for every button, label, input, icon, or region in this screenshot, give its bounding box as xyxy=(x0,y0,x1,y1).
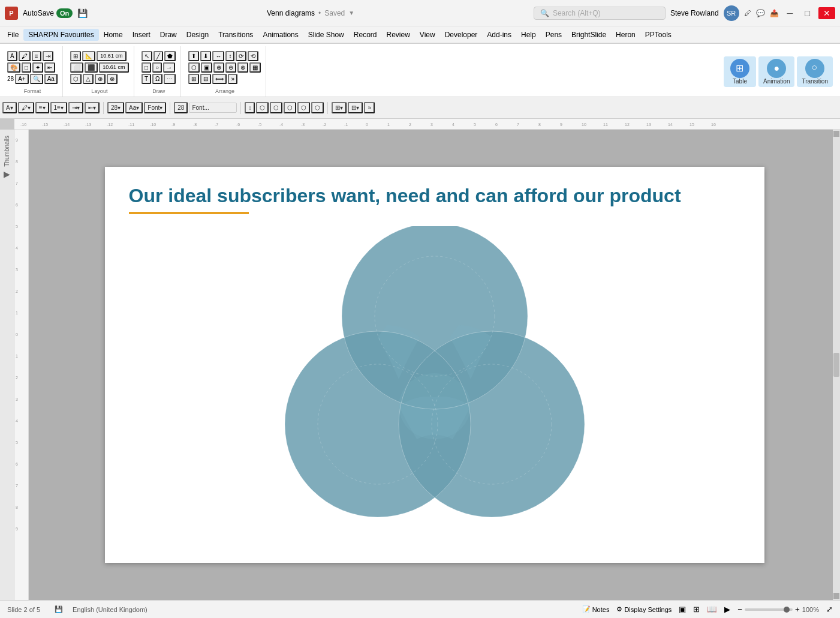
menu-heron[interactable]: Heron xyxy=(611,29,640,41)
search-bar[interactable]: 🔍 Search (Alt+Q) xyxy=(534,7,666,20)
slideshow-button[interactable]: ▶ xyxy=(724,605,730,614)
layout-btn8[interactable]: ⊗ xyxy=(107,74,118,84)
arrange-more[interactable]: » xyxy=(228,74,237,84)
menu-addins[interactable]: Add-ins xyxy=(482,29,516,41)
transition-button[interactable]: ○ Transition xyxy=(797,56,833,87)
layout-btn7[interactable]: ⊕ xyxy=(95,74,106,84)
layout-btn4[interactable]: ⬛ xyxy=(85,62,98,73)
zoom-out-button[interactable]: − xyxy=(737,605,742,614)
font-color-btn[interactable]: A xyxy=(7,51,17,61)
thumbnails-expand-icon[interactable]: ▶ xyxy=(4,169,10,179)
r2-fontcolor[interactable]: A▾ xyxy=(2,102,17,113)
menu-transitions[interactable]: Transitions xyxy=(213,29,258,41)
reading-view-button[interactable]: 📖 xyxy=(707,605,717,614)
find-btn[interactable]: 🔍 xyxy=(30,74,43,84)
menu-draw[interactable]: Draw xyxy=(155,29,182,41)
r2-ungroup[interactable]: ⊟▾ xyxy=(348,102,363,113)
scroll-up-arrow[interactable] xyxy=(833,131,839,137)
menu-developer[interactable]: Developer xyxy=(440,29,483,41)
display-settings-button[interactable]: ⚙ Display Settings xyxy=(616,605,672,613)
doc-dropdown-icon[interactable]: ▼ xyxy=(348,10,354,16)
draw-select[interactable]: ↖ xyxy=(141,51,152,61)
table-button[interactable]: ⊞ Table xyxy=(724,56,756,87)
menu-sharpn[interactable]: SHARPN Favourites xyxy=(23,29,98,41)
bullets-btn[interactable]: ≡ xyxy=(32,51,41,61)
draw-more[interactable]: ⋯ xyxy=(164,74,176,84)
arrange-btn4[interactable]: ↕ xyxy=(225,51,234,61)
fill-btn[interactable]: 🎨 xyxy=(7,62,20,73)
effects-btn[interactable]: ✦ xyxy=(32,62,43,73)
indent-btn[interactable]: ⇥ xyxy=(43,51,53,61)
r2-numbering[interactable]: 1≡▾ xyxy=(50,102,67,113)
arrange-btn2[interactable]: ⬇ xyxy=(200,51,211,61)
fit-slide-button[interactable]: ⤢ xyxy=(826,605,833,614)
autosave-toggle[interactable]: On xyxy=(56,8,73,18)
arrange-btn15[interactable]: ⟺ xyxy=(212,74,227,84)
menu-animations[interactable]: Animations xyxy=(258,29,303,41)
layout-btn5[interactable]: ⬡ xyxy=(70,74,82,84)
arrange-btn9[interactable]: ⊕ xyxy=(213,62,224,73)
border-btn[interactable]: □ xyxy=(22,62,31,73)
draw-line[interactable]: ╱ xyxy=(153,51,163,61)
arrange-btn13[interactable]: ⊞ xyxy=(188,74,199,84)
normal-view-button[interactable]: ▣ xyxy=(679,605,686,614)
arrange-btn10[interactable]: ⊖ xyxy=(225,62,236,73)
font-size-up[interactable]: A+ xyxy=(15,74,29,84)
maximize-button[interactable]: □ xyxy=(802,8,814,18)
vertical-scrollbar[interactable] xyxy=(833,130,840,600)
r2-indent3[interactable]: ⇥▾ xyxy=(68,102,83,113)
r2-fontname[interactable]: Font▾ xyxy=(144,102,166,113)
slide-sorter-button[interactable]: ⊞ xyxy=(693,605,700,614)
r2-align1[interactable]: ⬡ xyxy=(256,102,269,113)
arrange-btn11[interactable]: ⊗ xyxy=(237,62,248,73)
r2-linesp[interactable]: ↕ xyxy=(245,102,255,113)
arrange-btn6[interactable]: ⟲ xyxy=(248,51,258,61)
arrange-btn1[interactable]: ⬆ xyxy=(188,51,199,61)
draw-text[interactable]: T xyxy=(141,74,151,84)
arrange-btn3[interactable]: ↔ xyxy=(212,51,224,61)
layout-btn2[interactable]: 📐 xyxy=(82,51,95,61)
menu-view[interactable]: View xyxy=(415,29,440,41)
r2-28[interactable]: 28 xyxy=(174,102,188,113)
size-h-input[interactable]: 10.61 cm xyxy=(99,62,129,73)
slide[interactable]: Our ideal subscribers want, need and can… xyxy=(105,167,764,563)
arrange-btn12[interactable]: ▦ xyxy=(249,62,261,73)
share-icon[interactable]: 📤 xyxy=(770,9,779,17)
r2-fontsize[interactable]: 28▾ xyxy=(107,102,124,113)
menu-design[interactable]: Design xyxy=(182,29,213,41)
ribbon-toggle-icon[interactable]: 🖊 xyxy=(744,9,751,17)
menu-slideshow[interactable]: Slide Show xyxy=(303,29,349,41)
font-size-input[interactable]: 28 xyxy=(7,76,14,82)
r2-align3[interactable]: ⬡ xyxy=(284,102,296,113)
menu-review[interactable]: Review xyxy=(381,29,414,41)
draw-shapes[interactable]: ⬟ xyxy=(164,51,176,61)
r2-highlight2[interactable]: 🖍▾ xyxy=(18,102,34,113)
menu-record[interactable]: Record xyxy=(349,29,382,41)
draw-oval[interactable]: ○ xyxy=(152,62,162,73)
arrange-btn7[interactable]: ⬡ xyxy=(188,62,200,73)
scroll-thumb[interactable] xyxy=(833,353,839,377)
r2-indent4[interactable]: ⇤▾ xyxy=(85,102,100,113)
r2-group[interactable]: ⊞▾ xyxy=(332,102,347,113)
animation-button[interactable]: ● Animation xyxy=(758,56,794,87)
menu-pens[interactable]: Pens xyxy=(541,29,567,41)
zoom-slider[interactable] xyxy=(745,608,793,611)
layout-btn6[interactable]: △ xyxy=(83,74,94,84)
menu-brightslide[interactable]: BrightSlide xyxy=(567,29,611,41)
arrange-btn14[interactable]: ⊟ xyxy=(200,74,211,84)
save-icon[interactable]: 💾 xyxy=(77,8,88,18)
menu-insert[interactable]: Insert xyxy=(128,29,155,41)
layout-btn1[interactable]: ⊞ xyxy=(70,51,81,61)
r2-align2[interactable]: ⬡ xyxy=(270,102,282,113)
draw-arrow[interactable]: → xyxy=(163,62,175,73)
r2-fontstyle[interactable]: Aa▾ xyxy=(125,102,143,113)
indent2-btn[interactable]: ⇤ xyxy=(44,62,55,73)
zoom-in-button[interactable]: + xyxy=(795,605,800,614)
r2-bullets2[interactable]: ≡▾ xyxy=(35,102,49,113)
size-w-input[interactable]: 10.61 cm xyxy=(97,51,127,61)
arrange-btn5[interactable]: ⟳ xyxy=(236,51,246,61)
notification-icon[interactable]: 💬 xyxy=(756,9,765,17)
arrange-btn8[interactable]: ▣ xyxy=(201,62,212,73)
scroll-down-arrow[interactable] xyxy=(833,593,839,599)
menu-home[interactable]: Home xyxy=(99,29,128,41)
